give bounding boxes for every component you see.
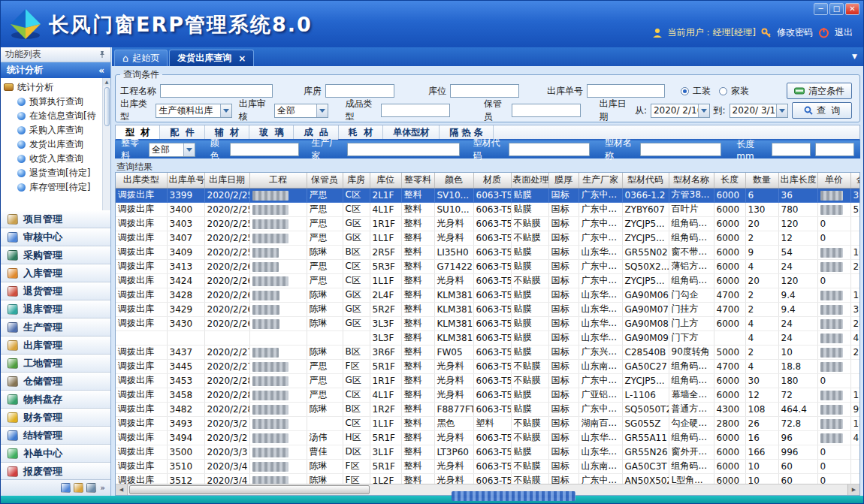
project-name-input[interactable]: [160, 84, 273, 98]
table-row[interactable]: 调拨出库34292020/2/26石湾城陈琳G区5R2F整料KLM3817606…: [116, 302, 860, 316]
table-row[interactable]: 调拨出库34132020/2/26南沙...严思C区5R3F整料G7142260…: [116, 259, 860, 273]
chevron-down-icon[interactable]: [220, 104, 231, 117]
material-tab-1[interactable]: 配 件: [160, 125, 204, 139]
pin-icon[interactable]: [98, 50, 106, 59]
column-header[interactable]: 保管员: [307, 173, 343, 188]
change-password-link[interactable]: 修改密码: [777, 26, 813, 39]
profile-code-input[interactable]: [509, 143, 590, 156]
sidebar-item-purchase[interactable]: 采购管理: [1, 246, 110, 264]
tree-root[interactable]: 统计分析: [4, 80, 101, 95]
table-row[interactable]: 调拨出库34372020/2/27佛山...陈琳B区3R6F整料FW056063…: [116, 345, 860, 359]
tree-item[interactable]: 采购入库查询: [4, 123, 101, 137]
sidebar-item-return-store[interactable]: 退库管理: [1, 300, 110, 318]
folder-icon[interactable]: [74, 483, 83, 493]
sidebar-item-project[interactable]: 项目管理: [1, 210, 110, 228]
table-row[interactable]: 调拨出库34072020/2/25工贸工程严思G区1L1F整料光身料6063-T…: [116, 231, 860, 245]
scroll-right-icon[interactable]: ▶: [847, 484, 859, 495]
minimize-button[interactable]: ─: [814, 3, 828, 15]
table-row[interactable]: 调拨出库34452020/2/27工贸工程严思F区5R1F整料光身料6063-T…: [116, 359, 860, 373]
order-no-input[interactable]: [587, 84, 665, 98]
material-tab-5[interactable]: 耗 材: [339, 125, 383, 139]
table-row[interactable]: 调拨出库34822020/2/28华润原著陈琳B区1R2F整料F8877FT60…: [116, 402, 860, 416]
manufacturer-input[interactable]: [347, 143, 460, 156]
table-row[interactable]: 调拨出库35102020/3/4工贸工程陈琳F区5R1F整料光身料6063-T5…: [116, 459, 860, 473]
statistics-panel-header[interactable]: 统计分析 «: [1, 62, 110, 78]
clear-conditions-button[interactable]: 清空条件: [787, 83, 852, 99]
column-header[interactable]: 库位: [370, 173, 401, 188]
column-header[interactable]: 颜色: [434, 173, 473, 188]
radio-jiazhuang-label[interactable]: 家装: [731, 85, 749, 98]
tree-scrollbar[interactable]: ▲: [102, 78, 110, 210]
chevron-down-icon[interactable]: [776, 104, 787, 117]
logout-link[interactable]: 退出: [835, 26, 853, 39]
collapse-icon[interactable]: «: [98, 65, 104, 76]
column-header[interactable]: 出库日期: [204, 173, 249, 188]
column-header[interactable]: 工程: [249, 173, 307, 188]
profile-name-input[interactable]: [640, 143, 721, 156]
column-header[interactable]: 数量: [745, 173, 778, 188]
column-header[interactable]: 出库长度: [778, 173, 817, 188]
column-header[interactable]: 型材名称: [669, 173, 714, 188]
column-header[interactable]: 出库单号: [167, 173, 204, 188]
sidebar-item-production[interactable]: 生产管理: [1, 318, 110, 337]
column-header[interactable]: 库房: [343, 173, 370, 188]
table-row[interactable]: 调拨出库34932020/3/2华润原著C区1L1F整料黑色塑料不贴膜国标湖南百…: [116, 416, 860, 430]
tree-item[interactable]: 在途信息查询[待: [4, 109, 101, 123]
scroll-thumb[interactable]: [104, 87, 110, 126]
sidebar-item-warehouse[interactable]: 仓储管理: [1, 373, 110, 391]
sidebar-item-return-goods[interactable]: 退货管理: [1, 282, 110, 300]
column-header[interactable]: 整零料: [401, 173, 434, 188]
column-header[interactable]: 材质: [473, 173, 511, 188]
material-tab-3[interactable]: 玻 璃: [249, 125, 294, 139]
computer-icon[interactable]: [86, 483, 96, 493]
sidebar-item-supplement[interactable]: 补单中心: [1, 445, 110, 463]
table-row[interactable]: 调拨出库34242020/2/26工贸工程严思C区1L1F整料光身料6063-T…: [116, 273, 860, 288]
sidebar-item-carryover[interactable]: 结转管理: [1, 427, 110, 445]
outbound-audit-select[interactable]: 全部: [274, 104, 328, 118]
date-from-select[interactable]: 2020/ 2/16: [651, 104, 710, 118]
keeper-input[interactable]: [512, 104, 581, 117]
radio-gongzhuang[interactable]: [681, 87, 689, 95]
tree-item[interactable]: 预算执行查询: [4, 95, 101, 109]
tree-item[interactable]: 退货查询[待定]: [4, 166, 101, 180]
column-header[interactable]: 金额: [850, 173, 860, 188]
chevron-down-icon[interactable]: [698, 104, 709, 117]
table-row[interactable]: 调拨出库35002020/3/3工贸工程曹佳D区3L1F整料LT3P606063…: [116, 445, 860, 459]
table-row[interactable]: 调拨出库34002020/2/25华润原著严思C区4L1F整料SU10...60…: [116, 202, 860, 216]
table-row[interactable]: 调拨出库34532020/2/28工贸工程严思G区1R1F整料光身料6063-T…: [116, 373, 860, 388]
table-row[interactable]: 调拨出库34302020/2/26石湾城陈琳G区3L3F整料KLM3817606…: [116, 316, 860, 330]
sidebar-item-site[interactable]: 工地管理: [1, 355, 110, 373]
location-input[interactable]: [450, 84, 519, 98]
tree-item[interactable]: 收货入库查询: [4, 152, 101, 166]
date-to-select[interactable]: 2020/ 3/16: [730, 104, 789, 118]
table-row[interactable]: 调拨出库33992020/2/25华润原著严思C区2L1F整料SV10...60…: [116, 188, 860, 202]
sidebar-item-inventory[interactable]: 物料盘存: [1, 391, 110, 409]
sidebar-item-outbound[interactable]: 出库管理: [1, 337, 110, 355]
close-button[interactable]: ✕: [845, 3, 859, 15]
tree-item[interactable]: 发货出库查询: [4, 137, 101, 152]
length-to-input[interactable]: [815, 143, 854, 156]
whole-part-select[interactable]: 全部: [149, 143, 195, 157]
table-row[interactable]: 调拨出库34282020/2/26石湾城陈琳G区2L4F整料KLM3817606…: [116, 288, 860, 302]
column-header[interactable]: 出库类型: [116, 173, 167, 188]
tab-list-caret-icon[interactable]: ▼: [852, 53, 857, 60]
expand-icon[interactable]: »: [100, 483, 105, 493]
sidebar-item-audit[interactable]: 审核中心: [1, 228, 110, 246]
column-header[interactable]: 长度: [714, 173, 745, 188]
table-row[interactable]: 调拨出库34942020/3/2石湾辉城汤伟H区5R1F整料光身料6063-T5…: [116, 430, 860, 445]
table-row[interactable]: 调拨出库34032020/2/25工贸工程严思G区1R1F整料光身料6063-T…: [116, 216, 860, 231]
column-header[interactable]: 生产厂家: [579, 173, 622, 188]
length-from-input[interactable]: [772, 143, 811, 156]
product-type-input[interactable]: [381, 104, 450, 117]
sidebar-item-finance[interactable]: 财务管理: [1, 409, 110, 427]
tab-start-page[interactable]: ⌂起始页: [114, 50, 168, 66]
column-header[interactable]: 单价: [817, 173, 850, 188]
chevron-down-icon[interactable]: [316, 104, 328, 117]
chevron-down-icon[interactable]: [183, 143, 195, 156]
radio-jiazhuang[interactable]: [719, 87, 727, 95]
material-tab-6[interactable]: 单体型材: [383, 125, 440, 139]
chart-icon[interactable]: [61, 483, 71, 493]
h-scroll-thumb[interactable]: [129, 485, 370, 494]
tree-item[interactable]: 库存管理[待定]: [4, 180, 101, 195]
warehouse-input[interactable]: [325, 84, 394, 98]
